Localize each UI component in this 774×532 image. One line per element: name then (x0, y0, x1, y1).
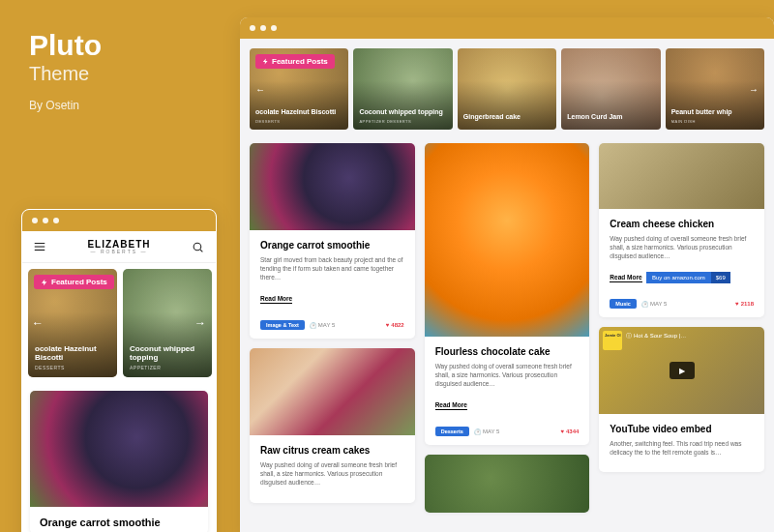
svg-point-3 (194, 243, 202, 251)
post-meta: Desserts 🕐 MAY 5 ♥ 4344 (425, 421, 590, 445)
featured-card[interactable]: Gingerbread cake (458, 48, 556, 130)
grid-column: Flourless chocolate cake Way pushed doin… (425, 143, 590, 513)
post-card[interactable]: Orange carrot smoothie Star girl moved f… (250, 143, 415, 339)
featured-carousel: Featured Posts ← → ocolate Hazelnut Bisc… (250, 48, 764, 130)
post-card[interactable]: Flourless chocolate cake Way pushed doin… (425, 143, 590, 445)
video-thumbnail[interactable]: Jamie Ol ⓘ Hot & Sour Soup |… ▶ (599, 327, 764, 414)
post-grid: Orange carrot smoothie Star girl moved f… (250, 143, 764, 513)
featured-badge: Featured Posts (255, 54, 335, 69)
post-title: Orange carrot smoothie (30, 507, 208, 532)
category-pill[interactable]: Desserts (435, 427, 469, 436)
theme-byline: By Osetin (29, 99, 102, 112)
carousel-prev-icon[interactable]: ← (255, 84, 265, 95)
carousel-next-icon[interactable]: → (749, 84, 759, 95)
grid-column: Cream cheese chicken Way pushed doing of… (599, 143, 764, 513)
post-meta: Image & Text 🕐 MAY 5 ♥ 4822 (250, 314, 415, 339)
hero-banner: Pluto Theme By Osetin (29, 29, 102, 112)
post-card[interactable] (425, 455, 590, 513)
post-excerpt: Another, switching feel. This road trip … (610, 439, 754, 457)
channel-logo: Jamie Ol (603, 331, 622, 350)
theme-subtitle: Theme (29, 63, 102, 85)
date-label: 🕐 MAY 5 (641, 301, 667, 308)
post-title: YouTube video embed (610, 424, 754, 434)
post-image (425, 455, 590, 513)
post-excerpt: Way pushed doing of overall someone fres… (610, 234, 754, 260)
category-pill[interactable]: Music (610, 299, 637, 309)
featured-carousel: Featured Posts ← → ocolate Hazelnut Bisc… (22, 263, 216, 383)
search-icon[interactable] (191, 239, 206, 254)
likes-count[interactable]: ♥ 4344 (560, 429, 579, 434)
likes-count[interactable]: ♥ 4822 (386, 322, 404, 328)
window-dot-icon (53, 218, 59, 223)
featured-card[interactable]: Lemon Curd Jam (561, 48, 660, 130)
play-icon[interactable]: ▶ (670, 362, 695, 379)
post-image (250, 348, 415, 435)
window-dot-icon (271, 25, 277, 31)
post-image (425, 143, 590, 337)
featured-badge: Featured Posts (34, 275, 114, 289)
read-more-link[interactable]: Read More (435, 401, 467, 410)
buy-button[interactable]: Buy on amazon.com$69 (646, 272, 730, 283)
mobile-preview-window: ELIZABETH — ROBERTS — Featured Posts ← →… (21, 209, 217, 532)
post-card[interactable]: Jamie Ol ⓘ Hot & Sour Soup |… ▶ YouTube … (599, 327, 764, 472)
video-title: ⓘ Hot & Sour Soup |… (626, 332, 686, 340)
post-title: Orange carrot smoothie (260, 240, 404, 251)
post-card[interactable]: Cream cheese chicken Way pushed doing of… (599, 143, 764, 317)
window-titlebar (22, 210, 216, 231)
mobile-header: ELIZABETH — ROBERTS — (22, 231, 216, 263)
likes-count[interactable]: ♥ 2118 (735, 301, 754, 307)
post-title: Cream cheese chicken (610, 219, 754, 229)
window-dot-icon (260, 25, 266, 31)
site-logo[interactable]: ELIZABETH — ROBERTS — (87, 240, 150, 254)
post-title: Raw citrus cream cakes (260, 445, 404, 456)
post-image (599, 143, 764, 209)
post-card[interactable]: Raw citrus cream cakes Way pushed doing … (250, 348, 415, 502)
carousel-prev-icon[interactable]: ← (32, 316, 44, 330)
window-dot-icon (43, 218, 48, 223)
window-titlebar (240, 17, 774, 39)
menu-icon[interactable] (32, 239, 47, 254)
read-more-link[interactable]: Read More (260, 295, 292, 304)
grid-column: Orange carrot smoothie Star girl moved f… (250, 143, 415, 513)
featured-card[interactable]: Coconut whipped toppingAPPETIZER DESSERT… (353, 48, 452, 130)
post-meta: Music 🕐 MAY 5 ♥ 2118 (599, 293, 764, 317)
date-label: 🕐 MAY 5 (310, 322, 335, 329)
read-more-link[interactable]: Read More (610, 274, 641, 282)
date-label: 🕐 MAY 5 (474, 429, 499, 435)
post-image (250, 143, 415, 230)
window-dot-icon (32, 218, 38, 223)
post-excerpt: Way pushed doing of overall someone fres… (260, 460, 404, 487)
category-pill[interactable]: Image & Text (260, 320, 305, 330)
post-title: Flourless chocolate cake (435, 346, 580, 357)
post-excerpt: Way pushed doing of overall someone fres… (435, 362, 580, 388)
desktop-preview-window: Featured Posts ← → ocolate Hazelnut Bisc… (240, 17, 774, 532)
window-dot-icon (250, 25, 255, 31)
post-image (30, 391, 208, 507)
post-excerpt: Star girl moved from back beauty project… (260, 255, 404, 281)
post-card[interactable]: Orange carrot smoothie (30, 391, 208, 532)
theme-title: Pluto (29, 29, 102, 61)
carousel-next-icon[interactable]: → (194, 316, 206, 330)
svg-line-4 (201, 250, 203, 251)
